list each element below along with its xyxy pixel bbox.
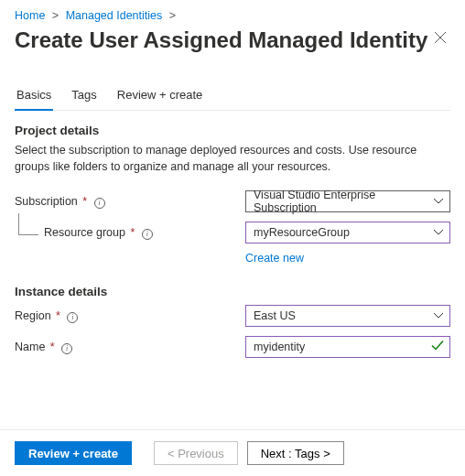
name-input[interactable]: myidentity bbox=[245, 336, 450, 358]
tab-basics[interactable]: Basics bbox=[15, 84, 53, 111]
region-select[interactable]: East US bbox=[245, 305, 450, 327]
tab-review-create[interactable]: Review + create bbox=[115, 84, 205, 110]
breadcrumb-home[interactable]: Home bbox=[15, 9, 45, 22]
info-icon[interactable]: i bbox=[61, 343, 72, 354]
name-value: myidentity bbox=[254, 341, 305, 353]
breadcrumb-managed-identities[interactable]: Managed Identities bbox=[66, 9, 163, 22]
create-new-link[interactable]: Create new bbox=[245, 252, 450, 265]
subscription-value: Visual Studio Enterprise Subscription bbox=[254, 189, 427, 214]
next-button[interactable]: Next : Tags > bbox=[247, 441, 344, 465]
required-indicator: * bbox=[50, 341, 55, 353]
region-label: Region bbox=[15, 309, 51, 322]
breadcrumb: Home > Managed Identities > bbox=[15, 9, 450, 22]
required-indicator: * bbox=[130, 226, 135, 239]
chevron-right-icon: > bbox=[52, 9, 59, 22]
required-indicator: * bbox=[82, 195, 87, 208]
resource-group-select[interactable]: myResourceGroup bbox=[245, 222, 450, 243]
close-icon[interactable] bbox=[430, 27, 450, 50]
chevron-down-icon bbox=[433, 312, 444, 319]
info-icon[interactable]: i bbox=[142, 229, 153, 240]
info-icon[interactable]: i bbox=[67, 312, 78, 323]
required-indicator: * bbox=[56, 309, 60, 322]
subscription-select[interactable]: Visual Studio Enterprise Subscription bbox=[245, 190, 450, 212]
chevron-down-icon bbox=[433, 229, 444, 236]
chevron-down-icon bbox=[433, 198, 444, 205]
checkmark-icon bbox=[431, 341, 444, 354]
page-title: Create User Assigned Managed Identity bbox=[15, 27, 427, 53]
tab-tags[interactable]: Tags bbox=[70, 84, 98, 110]
subscription-label: Subscription bbox=[15, 195, 78, 208]
project-details-description: Select the subscription to manage deploy… bbox=[15, 143, 450, 175]
name-label: Name bbox=[15, 341, 45, 353]
resource-group-value: myResourceGroup bbox=[254, 226, 350, 239]
review-create-button[interactable]: Review + create bbox=[15, 441, 132, 465]
tabs: Basics Tags Review + create bbox=[15, 84, 450, 111]
chevron-right-icon: > bbox=[169, 9, 176, 22]
instance-details-heading: Instance details bbox=[15, 285, 450, 298]
resource-group-label: Resource group bbox=[44, 226, 125, 239]
info-icon[interactable]: i bbox=[94, 198, 105, 209]
tree-line-icon bbox=[18, 213, 38, 235]
region-value: East US bbox=[254, 309, 296, 322]
previous-button: < Previous bbox=[154, 441, 238, 465]
project-details-heading: Project details bbox=[15, 124, 450, 137]
footer: Review + create < Previous Next : Tags > bbox=[0, 429, 465, 476]
